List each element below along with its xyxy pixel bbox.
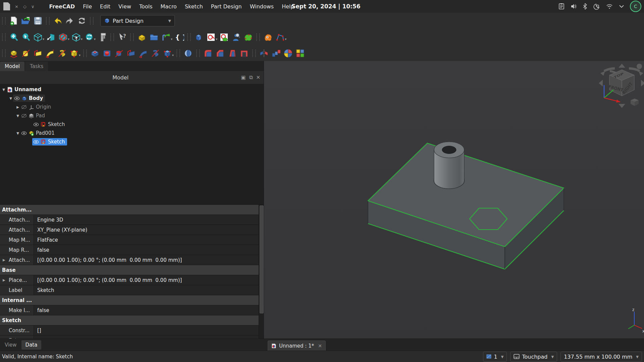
chevron-down-icon[interactable]: ▾ (81, 37, 83, 41)
eye-hidden-icon[interactable] (21, 113, 27, 119)
property-row[interactable]: Label Sketch (0, 285, 259, 295)
property-row[interactable]: Map M... FlatFace (0, 235, 259, 245)
menu-edit[interactable]: Edit (97, 2, 114, 11)
nav-right-arrow[interactable] (641, 80, 644, 86)
menu-part-design[interactable]: Part Design (208, 2, 245, 11)
toolbar-grip[interactable] (176, 50, 180, 57)
fit-all-button[interactable] (8, 31, 20, 43)
mirrored-button[interactable] (258, 47, 270, 59)
view-sync-button[interactable] (83, 31, 95, 43)
create-sketch-button[interactable] (205, 31, 217, 43)
toolbar-grip[interactable] (2, 34, 6, 41)
nav-left-arrow[interactable] (599, 80, 603, 86)
property-value[interactable]: [(0.00 0.00 1.00); 0.00 °; (0.00 mm 0.00… (34, 275, 259, 285)
menu-tools[interactable]: Tools (136, 2, 156, 11)
workbench-selector[interactable]: Part Design ▼ (100, 15, 175, 26)
eye-visible-icon[interactable] (33, 139, 39, 145)
expression-editor-button[interactable]: { } (173, 31, 185, 43)
linear-pattern-button[interactable] (270, 47, 282, 59)
eye-hidden-icon[interactable] (21, 104, 27, 110)
property-value[interactable]: [] (34, 325, 259, 335)
close-tab-icon[interactable]: ✕ (318, 343, 322, 349)
property-value[interactable]: XY_Plane (XY-plane) (34, 225, 259, 235)
property-value[interactable]: FlatFace (34, 235, 259, 245)
menu-macro[interactable]: Macro (157, 2, 180, 11)
tree-label[interactable]: Body (29, 95, 43, 101)
edit-sketch-button[interactable] (218, 31, 230, 43)
user-avatar[interactable]: C (630, 1, 641, 12)
pad-solid[interactable] (368, 143, 564, 269)
tree-row-body[interactable]: ▼ Body (0, 94, 264, 103)
additive-primitive-button[interactable] (68, 47, 80, 59)
workspace-chevron-icon[interactable]: ∨ (31, 4, 35, 9)
tray-chevron-down-icon[interactable] (619, 3, 625, 9)
eye-visible-icon[interactable] (33, 122, 39, 127)
expand-arrow-icon[interactable]: ▶ (15, 105, 20, 109)
property-row[interactable]: Constr... [] (0, 325, 259, 336)
property-row[interactable]: ▶Attach... [(0.00 0.00 1.00); 0.00 °; (0… (0, 255, 259, 265)
draft-button[interactable] (226, 47, 238, 59)
clipping-plane-button[interactable] (57, 31, 69, 43)
nav-mini-cube[interactable] (631, 99, 639, 106)
bluetooth-icon[interactable] (582, 3, 588, 10)
toolbar-grip[interactable] (110, 34, 114, 41)
macro-button[interactable] (262, 31, 274, 43)
menu-windows[interactable]: Windows (247, 2, 277, 11)
tab-model[interactable]: Model (0, 62, 24, 71)
subtractive-pipe-button[interactable] (137, 47, 149, 59)
chevron-down-icon[interactable]: ▾ (43, 37, 44, 41)
3d-viewport[interactable]: TOP FRONT RIGHT z x (264, 61, 644, 339)
revolution-button[interactable] (20, 47, 32, 59)
additive-pipe-button[interactable] (44, 47, 56, 59)
toolbar-grip[interactable] (130, 34, 134, 41)
property-group-base[interactable]: Base (0, 265, 259, 275)
toolbar-grip[interactable] (46, 17, 50, 24)
save-button[interactable] (32, 15, 44, 27)
dimension-indicator[interactable]: 137.55 mm x 100.00 mm ▼ (560, 352, 642, 362)
property-value[interactable]: Engine 3D (34, 215, 259, 225)
open-document-button[interactable] (20, 15, 32, 27)
create-body-button[interactable] (193, 31, 205, 43)
property-group-sketch[interactable]: Sketch (0, 315, 259, 325)
chevron-down-icon[interactable]: ▾ (171, 37, 172, 41)
chevron-down-icon[interactable]: ▾ (94, 37, 96, 41)
close-panel-icon[interactable]: ✕ (256, 74, 260, 80)
select-element-button[interactable] (70, 31, 82, 43)
volume-icon[interactable] (570, 3, 577, 10)
document-tab[interactable]: Unnamed : 1* ✕ (268, 341, 326, 351)
toolbar-grip[interactable] (2, 17, 6, 24)
polar-pattern-button[interactable] (282, 47, 294, 59)
map-sketch-button[interactable] (242, 31, 254, 43)
clipboard-icon[interactable] (558, 3, 565, 10)
create-link-button[interactable] (160, 31, 172, 43)
pocket-button[interactable] (89, 47, 101, 59)
hole-button[interactable] (101, 47, 113, 59)
property-row[interactable]: ▶Place... [(0.00 0.00 1.00); 0.00 °; (0.… (0, 275, 259, 285)
pad-button[interactable] (8, 47, 20, 59)
nav-up-arrow[interactable] (619, 64, 625, 68)
property-value[interactable]: [(0.00 0.00 1.00); 0.00 °; (0.00 mm 0.00… (34, 255, 259, 265)
chevron-down-icon[interactable]: ▾ (285, 37, 286, 41)
fillet-button[interactable] (202, 47, 214, 59)
property-row[interactable]: Map R... false (0, 245, 259, 255)
toolbar-grip[interactable] (83, 50, 87, 57)
scale-selector[interactable]: 1 ▼ (483, 352, 507, 362)
additive-helix-button[interactable] (56, 47, 68, 59)
refresh-button[interactable] (76, 15, 88, 27)
cylinder-boss[interactable] (433, 142, 465, 189)
subtractive-helix-button[interactable] (149, 47, 161, 59)
tree-label[interactable]: Pad (36, 113, 45, 119)
toolbar-grip[interactable] (256, 34, 260, 41)
nightlight-icon[interactable] (593, 3, 600, 10)
toolbar-grip[interactable] (196, 50, 200, 57)
property-group-internal[interactable]: Internal ... (0, 295, 259, 305)
chevron-down-icon[interactable]: ▾ (79, 53, 80, 57)
3d-scene[interactable]: TOP FRONT RIGHT z x (264, 61, 644, 339)
toolbar-grip[interactable] (252, 50, 256, 57)
measure-button[interactable] (96, 31, 108, 43)
new-document-button[interactable] (8, 15, 20, 27)
toolbar-grip[interactable] (90, 17, 94, 24)
tree-label[interactable]: Sketch (48, 121, 65, 127)
tree-row-document[interactable]: ▼ Unnamed (0, 85, 264, 94)
expand-arrow-icon[interactable]: ▼ (1, 88, 6, 92)
